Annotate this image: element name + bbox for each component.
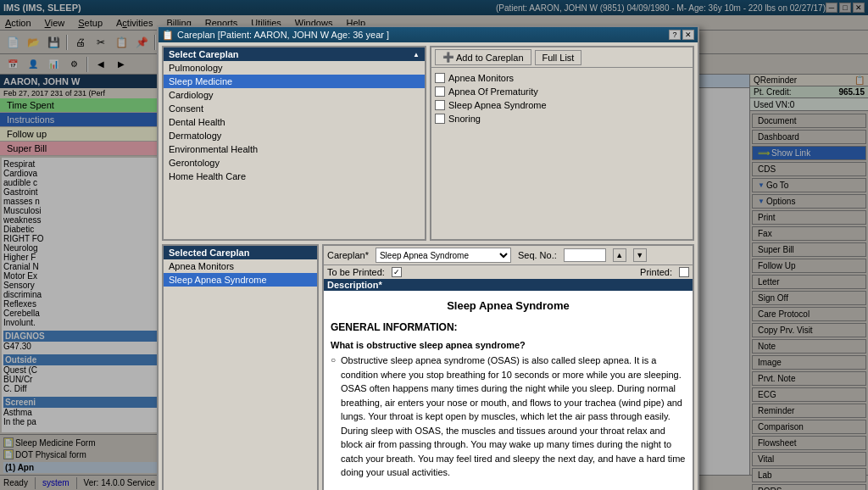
to-be-printed-label: To be Printed: [327,267,385,277]
desc-section1-title: GENERAL INFORMATION: [331,320,686,335]
description-header: Description* [324,279,693,291]
check-label-sleep-apnea: Sleep Apnea Syndrome [448,100,547,110]
detail-header: Careplan* Sleep Apnea Syndrome Seq. No.:… [324,246,693,265]
seq-no-input[interactable] [564,248,606,262]
check-item-sleep-apnea: Sleep Apnea Syndrome [435,98,689,112]
printed-row: To be Printed: Printed: [324,265,693,279]
careplan-item-environmental[interactable]: Environmental Health [164,142,425,156]
careplan-detail-label: Careplan* [327,250,369,260]
desc-section1-body-wrapper: ○ Obstructive sleep apnea syndrome (OSAS… [331,354,686,480]
selected-careplan-header: Selected Careplan [164,246,317,259]
selected-careplan-label: Selected Careplan [169,248,249,258]
careplan-modal: 📋 Careplan [Patient: AARON, JOHN W Age: … [157,25,699,490]
modal-overlay: 📋 Careplan [Patient: AARON, JOHN W Age: … [0,0,868,490]
select-careplan-scroll-arrow: ▲ [413,51,420,58]
description-content: Sleep Apnea Syndrome GENERAL INFORMATION… [324,291,693,490]
selected-item-sleep-apnea[interactable]: Sleep Apnea Syndrome [164,273,317,287]
careplan-category-list: Pulmonology Sleep Medicine Cardiology Co… [164,61,425,232]
full-list-button[interactable]: Full List [535,50,582,65]
modal-help-button[interactable]: ? [669,30,681,40]
selected-item-apnea-monitors[interactable]: Apnea Monitors [164,259,317,273]
careplan-detail-panel: Careplan* Sleep Apnea Syndrome Seq. No.:… [322,244,694,490]
description-label: Description* [327,280,382,290]
add-to-careplan-button[interactable]: ➕ Add to Careplan [435,49,531,65]
check-item-snoring: Snoring [435,112,689,125]
add-careplan-panel: ➕ Add to Careplan Full List Apnea Monito… [430,46,694,241]
desc-section1-body: Obstructive sleep apnea syndrome (OSAS) … [341,354,686,480]
modal-title-controls: ? ✕ [669,30,694,40]
careplan-item-dermatology[interactable]: Dermatology [164,129,425,142]
modal-title-bar: 📋 Careplan [Patient: AARON, JOHN W Age: … [159,27,698,42]
checkbox-apnea-prematurity[interactable] [435,86,445,97]
check-item-apnea-prematurity: Apnea Of Prematurity [435,85,689,98]
select-careplan-label: Select Careplan [169,49,239,59]
seq-spin-down[interactable]: ▼ [633,248,647,262]
desc-bullet: ○ [331,354,336,480]
selected-careplan-panel: Selected Careplan Apnea Monitors Sleep A… [162,244,319,490]
modal-title: Careplan [Patient: AARON, JOHN W Age: 36… [177,30,669,40]
add-careplan-toolbar: ➕ Add to Careplan Full List [431,47,693,68]
careplan-item-cardiology[interactable]: Cardiology [164,88,425,102]
careplan-item-pulmonology[interactable]: Pulmonology [164,61,425,75]
to-be-printed-checkbox[interactable] [392,267,402,277]
add-icon: ➕ [442,52,454,63]
check-label-apnea-monitors: Apnea Monitors [448,73,514,83]
careplan-item-dental[interactable]: Dental Health [164,115,425,129]
careplan-select[interactable]: Sleep Apnea Syndrome [376,248,511,263]
modal-bottom-section: Selected Careplan Apnea Monitors Sleep A… [162,244,694,490]
checkbox-snoring[interactable] [435,114,445,124]
careplan-item-gerontology[interactable]: Gerontology [164,156,425,170]
modal-close-button[interactable]: ✕ [682,30,694,40]
selected-careplan-list: Apnea Monitors Sleep Apnea Syndrome [164,259,317,490]
seq-spin-up[interactable]: ▲ [613,248,626,262]
select-careplan-panel: Select Careplan ▲ Pulmonology Sleep Medi… [162,46,426,241]
checkbox-sleep-apnea[interactable] [435,100,445,110]
desc-section1-question: What is obstructive sleep apnea syndrome… [331,338,686,353]
check-label-snoring: Snoring [448,114,481,124]
seq-no-label: Seq. No.: [518,250,557,260]
careplan-item-consent[interactable]: Consent [164,102,425,115]
checkbox-apnea-monitors[interactable] [435,73,445,83]
select-careplan-header: Select Careplan ▲ [164,47,425,61]
modal-top-section: Select Careplan ▲ Pulmonology Sleep Medi… [162,46,694,241]
check-label-apnea-prematurity: Apnea Of Prematurity [448,86,538,97]
careplan-item-sleep-medicine[interactable]: Sleep Medicine [164,75,425,88]
check-item-apnea-monitors: Apnea Monitors [435,71,689,85]
careplan-item-home-health[interactable]: Home Health Care [164,170,425,183]
modal-body: Select Careplan ▲ Pulmonology Sleep Medi… [159,42,698,490]
full-list-label: Full List [542,53,575,63]
add-to-careplan-label: Add to Careplan [456,53,524,63]
printed-checkbox[interactable] [679,267,689,277]
printed-label: Printed: [640,267,672,277]
modal-icon: 📋 [162,30,174,41]
desc-title: Sleep Apnea Syndrome [331,298,686,315]
app-window: IMS (IMS, SLEEP) (Patient: AARON, JOHN W… [0,0,868,490]
careplan-check-items: Apnea Monitors Apnea Of Prematurity Slee… [431,68,693,129]
